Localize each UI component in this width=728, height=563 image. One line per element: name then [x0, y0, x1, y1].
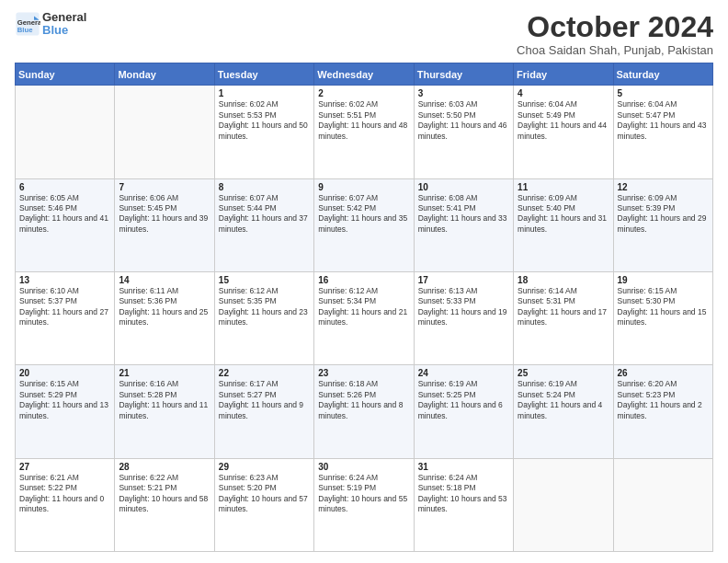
day-number: 28: [119, 462, 210, 472]
day-detail: Sunrise: 6:24 AMSunset: 5:18 PMDaylight:…: [418, 473, 509, 515]
day-detail: Sunrise: 6:18 AMSunset: 5:26 PMDaylight:…: [318, 379, 409, 421]
day-detail: Sunrise: 6:12 AMSunset: 5:34 PMDaylight:…: [318, 286, 409, 328]
day-detail: Sunrise: 6:16 AMSunset: 5:28 PMDaylight:…: [119, 379, 210, 421]
col-header-tuesday: Tuesday: [214, 63, 313, 86]
day-number: 25: [518, 368, 609, 378]
day-number: 24: [418, 368, 509, 378]
day-detail: Sunrise: 6:24 AMSunset: 5:19 PMDaylight:…: [318, 473, 409, 515]
day-detail: Sunrise: 6:09 AMSunset: 5:39 PMDaylight:…: [618, 193, 709, 236]
calendar-week-row: 20Sunrise: 6:15 AMSunset: 5:29 PMDayligh…: [16, 365, 713, 458]
calendar-day-5: 5Sunrise: 6:04 AMSunset: 5:47 PMDaylight…: [613, 86, 712, 178]
calendar-day-3: 3Sunrise: 6:03 AMSunset: 5:50 PMDaylight…: [414, 86, 513, 178]
day-detail: Sunrise: 6:07 AMSunset: 5:42 PMDaylight:…: [318, 193, 409, 236]
day-number: 4: [518, 88, 609, 98]
day-number: 7: [119, 182, 210, 192]
svg-text:Blue: Blue: [17, 26, 33, 34]
calendar-day-31: 31Sunrise: 6:24 AMSunset: 5:18 PMDayligh…: [414, 458, 513, 551]
col-header-monday: Monday: [115, 63, 214, 86]
calendar-day-24: 24Sunrise: 6:19 AMSunset: 5:25 PMDayligh…: [414, 365, 513, 458]
day-detail: Sunrise: 6:23 AMSunset: 5:20 PMDaylight:…: [219, 473, 310, 515]
calendar-day-16: 16Sunrise: 6:12 AMSunset: 5:34 PMDayligh…: [314, 271, 414, 364]
calendar-day-14: 14Sunrise: 6:11 AMSunset: 5:36 PMDayligh…: [115, 271, 214, 364]
day-detail: Sunrise: 6:09 AMSunset: 5:40 PMDaylight:…: [518, 193, 609, 236]
calendar-day-11: 11Sunrise: 6:09 AMSunset: 5:40 PMDayligh…: [514, 178, 613, 271]
logo-general: General: [42, 11, 86, 24]
day-number: 30: [318, 462, 409, 472]
calendar-week-row: 13Sunrise: 6:10 AMSunset: 5:37 PMDayligh…: [16, 271, 713, 364]
calendar-week-row: 1Sunrise: 6:02 AMSunset: 5:53 PMDaylight…: [16, 86, 713, 178]
day-number: 19: [618, 275, 709, 285]
col-header-saturday: Saturday: [613, 63, 712, 86]
calendar-day-10: 10Sunrise: 6:08 AMSunset: 5:41 PMDayligh…: [414, 178, 513, 271]
day-detail: Sunrise: 6:03 AMSunset: 5:50 PMDaylight:…: [418, 99, 509, 142]
day-number: 12: [618, 182, 709, 192]
day-number: 18: [518, 275, 609, 285]
day-number: 23: [318, 368, 409, 378]
day-number: 16: [318, 275, 409, 285]
calendar-day-23: 23Sunrise: 6:18 AMSunset: 5:26 PMDayligh…: [314, 365, 414, 458]
day-number: 6: [19, 182, 110, 192]
calendar-week-row: 27Sunrise: 6:21 AMSunset: 5:22 PMDayligh…: [16, 458, 713, 551]
col-header-thursday: Thursday: [414, 63, 513, 86]
day-number: 14: [119, 275, 210, 285]
calendar-day-4: 4Sunrise: 6:04 AMSunset: 5:49 PMDaylight…: [514, 86, 613, 178]
calendar-day-15: 15Sunrise: 6:12 AMSunset: 5:35 PMDayligh…: [214, 271, 313, 364]
col-header-friday: Friday: [514, 63, 613, 86]
day-detail: Sunrise: 6:08 AMSunset: 5:41 PMDaylight:…: [418, 193, 509, 236]
calendar-day-30: 30Sunrise: 6:24 AMSunset: 5:19 PMDayligh…: [314, 458, 414, 551]
col-header-sunday: Sunday: [16, 63, 115, 86]
day-detail: Sunrise: 6:07 AMSunset: 5:44 PMDaylight:…: [219, 193, 310, 236]
day-detail: Sunrise: 6:17 AMSunset: 5:27 PMDaylight:…: [219, 379, 310, 421]
day-detail: Sunrise: 6:13 AMSunset: 5:33 PMDaylight:…: [418, 286, 509, 328]
calendar-day-20: 20Sunrise: 6:15 AMSunset: 5:29 PMDayligh…: [16, 365, 115, 458]
day-detail: Sunrise: 6:02 AMSunset: 5:53 PMDaylight:…: [219, 99, 310, 142]
day-detail: Sunrise: 6:04 AMSunset: 5:47 PMDaylight:…: [618, 99, 709, 142]
day-detail: Sunrise: 6:06 AMSunset: 5:45 PMDaylight:…: [119, 193, 210, 236]
day-detail: Sunrise: 6:15 AMSunset: 5:29 PMDaylight:…: [19, 379, 110, 421]
day-detail: Sunrise: 6:22 AMSunset: 5:21 PMDaylight:…: [119, 473, 210, 515]
day-detail: Sunrise: 6:15 AMSunset: 5:30 PMDaylight:…: [618, 286, 709, 328]
day-number: 26: [618, 368, 709, 378]
month-title: October 2024: [517, 11, 713, 43]
day-number: 31: [418, 462, 509, 472]
day-detail: Sunrise: 6:19 AMSunset: 5:24 PMDaylight:…: [518, 379, 609, 421]
logo-icon: General Blue: [15, 11, 40, 37]
calendar-day-29: 29Sunrise: 6:23 AMSunset: 5:20 PMDayligh…: [214, 458, 313, 551]
calendar-day-18: 18Sunrise: 6:14 AMSunset: 5:31 PMDayligh…: [514, 271, 613, 364]
calendar-day-22: 22Sunrise: 6:17 AMSunset: 5:27 PMDayligh…: [214, 365, 313, 458]
day-number: 21: [119, 368, 210, 378]
day-number: 22: [219, 368, 310, 378]
day-number: 3: [418, 88, 509, 98]
calendar-day-empty: [115, 86, 214, 178]
day-detail: Sunrise: 6:05 AMSunset: 5:46 PMDaylight:…: [19, 193, 110, 236]
day-number: 13: [19, 275, 110, 285]
day-detail: Sunrise: 6:14 AMSunset: 5:31 PMDaylight:…: [518, 286, 609, 328]
day-detail: Sunrise: 6:04 AMSunset: 5:49 PMDaylight:…: [518, 99, 609, 142]
calendar-day-26: 26Sunrise: 6:20 AMSunset: 5:23 PMDayligh…: [613, 365, 712, 458]
day-number: 1: [219, 88, 310, 98]
day-number: 5: [618, 88, 709, 98]
calendar-day-27: 27Sunrise: 6:21 AMSunset: 5:22 PMDayligh…: [16, 458, 115, 551]
calendar-day-empty: [16, 86, 115, 178]
day-number: 9: [318, 182, 409, 192]
calendar-day-25: 25Sunrise: 6:19 AMSunset: 5:24 PMDayligh…: [514, 365, 613, 458]
day-number: 20: [19, 368, 110, 378]
calendar-day-1: 1Sunrise: 6:02 AMSunset: 5:53 PMDaylight…: [214, 86, 313, 178]
day-number: 27: [19, 462, 110, 472]
day-number: 8: [219, 182, 310, 192]
day-detail: Sunrise: 6:11 AMSunset: 5:36 PMDaylight:…: [119, 286, 210, 328]
calendar-day-empty: [613, 458, 712, 551]
title-block: October 2024 Choa Saidan Shah, Punjab, P…: [517, 11, 713, 57]
col-header-wednesday: Wednesday: [314, 63, 414, 86]
logo: General Blue General Blue: [15, 11, 86, 38]
calendar-day-13: 13Sunrise: 6:10 AMSunset: 5:37 PMDayligh…: [16, 271, 115, 364]
day-number: 29: [219, 462, 310, 472]
calendar-day-21: 21Sunrise: 6:16 AMSunset: 5:28 PMDayligh…: [115, 365, 214, 458]
day-detail: Sunrise: 6:20 AMSunset: 5:23 PMDaylight:…: [618, 379, 709, 421]
calendar-day-6: 6Sunrise: 6:05 AMSunset: 5:46 PMDaylight…: [16, 178, 115, 271]
calendar-week-row: 6Sunrise: 6:05 AMSunset: 5:46 PMDaylight…: [16, 178, 713, 271]
day-number: 2: [318, 88, 409, 98]
page: General Blue General Blue October 2024 C…: [0, 0, 728, 563]
calendar-day-9: 9Sunrise: 6:07 AMSunset: 5:42 PMDaylight…: [314, 178, 414, 271]
day-number: 17: [418, 275, 509, 285]
